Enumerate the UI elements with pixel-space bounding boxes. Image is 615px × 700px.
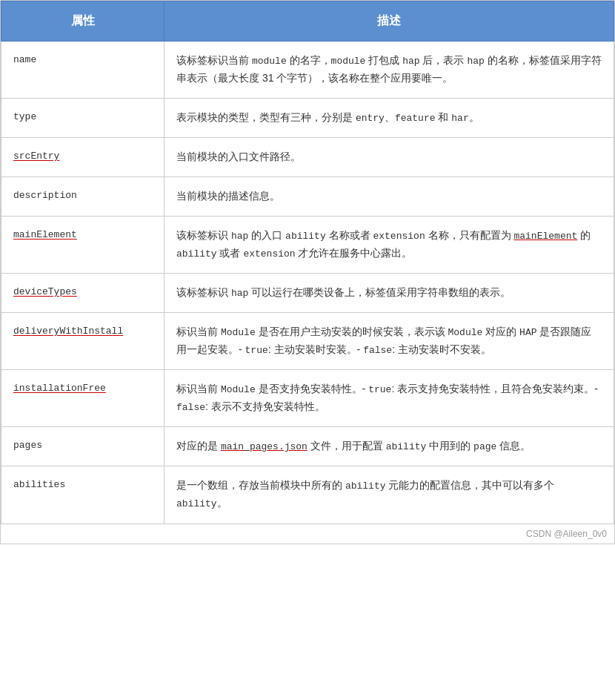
table-row: pages对应的是 main_pages.json 文件，用于配置 abilit… [1, 427, 614, 466]
table-row: deliveryWithInstall标识当前 Module 是否在用户主动安装… [1, 312, 614, 369]
property-name-cell: name [1, 42, 164, 99]
property-name-cell: srcEntry [1, 137, 164, 176]
table-row: installationFree标识当前 Module 是否支持免安装特性。- … [1, 370, 614, 427]
table-row: deviceTypes该标签标识 hap 可以运行在哪类设备上，标签值采用字符串… [1, 273, 614, 312]
property-name-cell: installationFree [1, 370, 164, 427]
header-col-description: 描述 [164, 1, 614, 42]
description-cell: 是一个数组，存放当前模块中所有的 ability 元能力的配置信息，其中可以有多… [164, 466, 614, 524]
property-name-cell: description [1, 176, 164, 216]
table-row: description当前模块的描述信息。 [1, 176, 614, 216]
description-cell: 当前模块的描述信息。 [164, 176, 614, 216]
table-header-row: 属性 描述 [1, 1, 614, 42]
property-name-cell: type [1, 98, 164, 137]
property-name-cell: deliveryWithInstall [1, 312, 164, 369]
description-cell: 标识当前 Module 是否在用户主动安装的时候安装，表示该 Module 对应… [164, 312, 614, 369]
description-cell: 该标签标识 hap 的入口 ability 名称或者 extension 名称，… [164, 216, 614, 273]
description-cell: 该标签标识 hap 可以运行在哪类设备上，标签值采用字符串数组的表示。 [164, 273, 614, 312]
property-name-cell: pages [1, 427, 164, 466]
footer-credit: CSDN @Aileen_0v0 [1, 524, 614, 544]
table-row: type表示模块的类型，类型有三种，分别是 entry、feature 和 ha… [1, 98, 614, 137]
property-name-cell: abilities [1, 466, 164, 524]
description-cell: 表示模块的类型，类型有三种，分别是 entry、feature 和 har。 [164, 98, 614, 137]
properties-table: 属性 描述 name该标签标识当前 module 的名字，module 打包成 … [1, 1, 614, 524]
table-row: name该标签标识当前 module 的名字，module 打包成 hap 后，… [1, 42, 614, 99]
property-name-cell: deviceTypes [1, 273, 164, 312]
main-table-container: 属性 描述 name该标签标识当前 module 的名字，module 打包成 … [0, 0, 615, 544]
table-row: srcEntry当前模块的入口文件路径。 [1, 137, 614, 176]
table-row: abilities是一个数组，存放当前模块中所有的 ability 元能力的配置… [1, 466, 614, 524]
description-cell: 标识当前 Module 是否支持免安装特性。- true: 表示支持免安装特性，… [164, 370, 614, 427]
description-cell: 当前模块的入口文件路径。 [164, 137, 614, 176]
description-cell: 对应的是 main_pages.json 文件，用于配置 ability 中用到… [164, 427, 614, 466]
property-name-cell: mainElement [1, 216, 164, 273]
description-cell: 该标签标识当前 module 的名字，module 打包成 hap 后，表示 h… [164, 42, 614, 99]
header-col-property: 属性 [1, 1, 164, 42]
table-row: mainElement该标签标识 hap 的入口 ability 名称或者 ex… [1, 216, 614, 273]
